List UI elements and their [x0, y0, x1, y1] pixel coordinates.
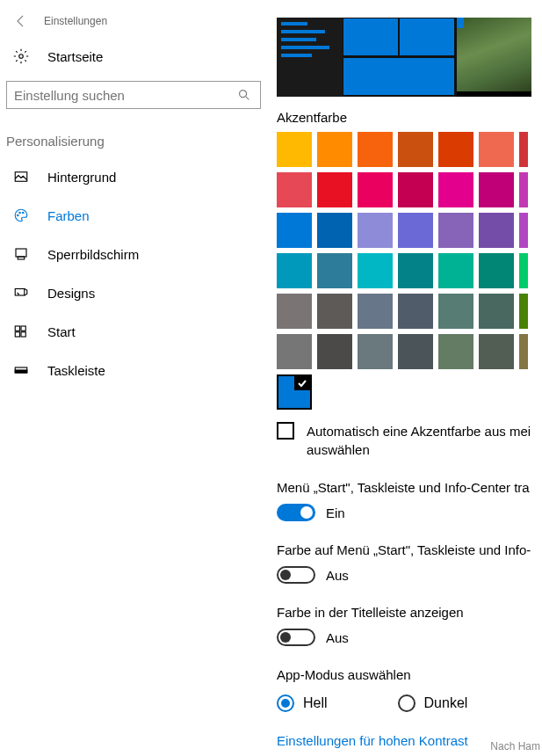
- transparency-title: Menü „Start", Taskleiste und Info-Center…: [277, 480, 542, 495]
- search-icon: [237, 87, 253, 103]
- svg-point-4: [19, 212, 21, 214]
- nav-label: Start: [47, 324, 76, 339]
- svg-rect-9: [15, 326, 19, 331]
- nav-label: Taskleiste: [47, 363, 105, 378]
- color-swatch[interactable]: [519, 294, 528, 329]
- themes-icon: [12, 284, 30, 302]
- color-swatch[interactable]: [277, 172, 312, 207]
- color-swatch[interactable]: [438, 172, 473, 207]
- color-swatch[interactable]: [519, 253, 528, 288]
- search-input-container[interactable]: [6, 81, 261, 109]
- nav-label: Farben: [47, 208, 90, 223]
- color-swatch[interactable]: [398, 132, 433, 167]
- color-swatch[interactable]: [317, 334, 352, 369]
- color-swatch[interactable]: [317, 172, 352, 207]
- nav-item-colors[interactable]: Farben: [0, 196, 277, 235]
- color-swatch[interactable]: [438, 132, 473, 167]
- color-swatch[interactable]: [398, 294, 433, 329]
- svg-rect-10: [21, 326, 25, 331]
- color-swatch[interactable]: [438, 253, 473, 288]
- color-swatch[interactable]: [519, 213, 528, 248]
- nav-item-themes[interactable]: Designs: [0, 273, 277, 312]
- color-swatch[interactable]: [479, 294, 514, 329]
- picture-icon: [12, 168, 30, 185]
- svg-point-5: [23, 212, 25, 214]
- svg-point-3: [18, 214, 19, 216]
- home-button[interactable]: Startseite: [0, 32, 277, 81]
- nav-label: Sperrbildschirm: [47, 247, 139, 262]
- nav-item-background[interactable]: Hintergrund: [0, 157, 277, 196]
- color-swatch[interactable]: [358, 132, 393, 167]
- accent-surfaces-state: Aus: [326, 568, 349, 583]
- app-mode-light-label: Hell: [303, 695, 328, 711]
- accent-color-label: Akzentfarbe: [277, 110, 542, 125]
- app-mode-dark-label: Dunkel: [424, 695, 468, 711]
- nav-item-start[interactable]: Start: [0, 312, 277, 351]
- preview-image: [277, 18, 531, 97]
- color-swatch[interactable]: [317, 253, 352, 288]
- color-swatch[interactable]: [519, 172, 528, 207]
- color-swatch[interactable]: [277, 334, 312, 369]
- color-swatch[interactable]: [317, 294, 352, 329]
- transparency-state: Ein: [326, 505, 345, 520]
- svg-point-0: [19, 55, 24, 59]
- titlebar-toggle[interactable]: [277, 629, 315, 646]
- app-mode-dark[interactable]: Dunkel: [398, 694, 468, 712]
- color-swatch[interactable]: [277, 253, 312, 288]
- color-swatch[interactable]: [438, 294, 473, 329]
- color-swatch[interactable]: [398, 334, 433, 369]
- svg-rect-8: [15, 289, 25, 296]
- color-swatch[interactable]: [479, 132, 514, 167]
- page-title: Einstellungen: [44, 15, 107, 27]
- nav-label: Designs: [47, 286, 95, 301]
- color-swatch[interactable]: [358, 213, 393, 248]
- color-swatch[interactable]: [317, 213, 352, 248]
- back-button[interactable]: [11, 11, 32, 32]
- color-swatch[interactable]: [398, 172, 433, 207]
- color-swatch[interactable]: [398, 213, 433, 248]
- color-swatch[interactable]: [317, 132, 352, 167]
- color-swatch[interactable]: [358, 294, 393, 329]
- color-swatch[interactable]: [519, 132, 528, 167]
- palette-icon: [12, 207, 30, 224]
- app-mode-title: App-Modus auswählen: [277, 667, 542, 682]
- color-swatch[interactable]: [479, 334, 514, 369]
- app-mode-light[interactable]: Hell: [277, 694, 328, 712]
- nav-label: Hintergrund: [47, 170, 116, 185]
- svg-rect-6: [16, 249, 26, 257]
- color-swatch[interactable]: [479, 253, 514, 288]
- color-swatch[interactable]: [277, 213, 312, 248]
- checkmark-icon: [294, 376, 310, 390]
- color-swatch[interactable]: [398, 253, 433, 288]
- accent-surfaces-title: Farbe auf Menü „Start", Taskleiste und I…: [277, 542, 542, 557]
- section-label: Personalisierung: [0, 109, 277, 157]
- color-swatch[interactable]: [479, 172, 514, 207]
- nav-item-taskbar[interactable]: Taskleiste: [0, 351, 277, 389]
- color-swatch[interactable]: [358, 172, 393, 207]
- color-swatch[interactable]: [479, 213, 514, 248]
- accent-surfaces-toggle[interactable]: [277, 566, 315, 584]
- svg-point-1: [240, 91, 247, 98]
- color-swatch[interactable]: [438, 334, 473, 369]
- search-input[interactable]: [14, 88, 237, 103]
- titlebar-state: Aus: [326, 630, 349, 645]
- taskbar-icon: [12, 361, 30, 379]
- color-swatch[interactable]: [358, 334, 393, 369]
- radio-icon: [398, 694, 416, 712]
- svg-rect-11: [15, 332, 19, 337]
- lockscreen-icon: [12, 245, 30, 263]
- transparency-toggle[interactable]: [277, 504, 315, 521]
- titlebar-title: Farbe in der Titelleiste anzeigen: [277, 605, 542, 620]
- auto-accent-checkbox[interactable]: [277, 422, 294, 440]
- color-swatch[interactable]: [438, 213, 473, 248]
- gear-icon: [12, 47, 30, 65]
- color-swatch[interactable]: [358, 253, 393, 288]
- svg-rect-14: [15, 370, 27, 373]
- nav-item-lockscreen[interactable]: Sperrbildschirm: [0, 235, 277, 273]
- color-swatch[interactable]: [277, 132, 312, 167]
- svg-rect-7: [18, 257, 25, 259]
- color-swatch[interactable]: [519, 334, 528, 369]
- color-swatch-selected[interactable]: [277, 374, 312, 410]
- color-swatch[interactable]: [277, 294, 312, 329]
- color-swatch-grid: [277, 132, 531, 374]
